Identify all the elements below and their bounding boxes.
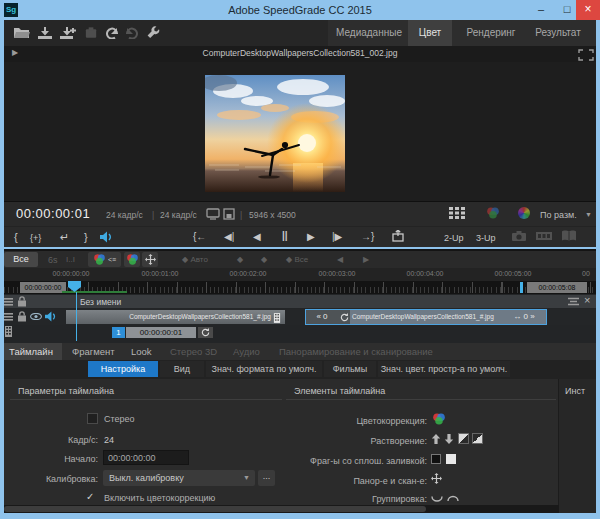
play-button[interactable]: ▶: [307, 230, 315, 244]
save-as-button[interactable]: [59, 26, 76, 39]
duration-6s-button[interactable]: 6s: [48, 255, 58, 265]
subtab-view[interactable]: Вид: [160, 361, 204, 377]
pan-scan-mode-button[interactable]: [142, 252, 158, 267]
track-lock-button[interactable]: [17, 296, 27, 307]
subtab-films[interactable]: Фильмы: [324, 361, 376, 377]
color-circles-button[interactable]: [486, 207, 500, 219]
solid-black-swatch[interactable]: [431, 454, 441, 464]
subtab-setup[interactable]: Настройка: [88, 361, 158, 377]
go-to-in-button[interactable]: {←: [193, 230, 206, 244]
dissolve-in-icon[interactable]: [458, 433, 469, 444]
storage-icon[interactable]: [223, 208, 235, 220]
loop-playback-button[interactable]: ↵: [60, 230, 69, 244]
out-point-badge[interactable]: 00:00:05:08: [527, 282, 587, 293]
calibration-more-button[interactable]: ...: [258, 470, 275, 486]
snapshot-button[interactable]: [83, 26, 99, 39]
color-correction-button[interactable]: [432, 413, 446, 425]
dissolve-down-button[interactable]: [444, 434, 454, 444]
send-to-render-button[interactable]: [392, 230, 404, 242]
open-button[interactable]: [13, 26, 30, 39]
tab-pan-scan[interactable]: Панорамирование и сканирование: [279, 343, 433, 360]
show-all-button[interactable]: Все: [4, 252, 38, 267]
rgb-circles-icon: [486, 207, 500, 219]
clip-list-icon[interactable]: [4, 313, 13, 321]
film-icon: [273, 313, 281, 323]
settings-wrench-button[interactable]: [146, 26, 160, 39]
grading-split-button[interactable]: <≡: [88, 252, 121, 267]
prev-keyframe-button[interactable]: ◀: [337, 255, 343, 264]
set-out-button[interactable]: }: [84, 230, 88, 244]
tab-media[interactable]: Медиаданные: [332, 20, 406, 46]
frame-loop-button[interactable]: [198, 327, 213, 338]
keyframe-delete-button[interactable]: ◆: [261, 255, 267, 264]
scrollbar-thumb[interactable]: [4, 506, 426, 512]
pan-scan-button[interactable]: [431, 473, 442, 484]
in-point-badge[interactable]: 00:00:00:00: [20, 282, 66, 293]
chevron-down-icon[interactable]: ▼: [585, 211, 592, 218]
tab-look[interactable]: Look: [131, 343, 152, 360]
export-icon: [392, 230, 404, 242]
close-button[interactable]: ×: [576, 0, 600, 20]
go-to-out-button[interactable]: →}: [361, 230, 374, 244]
enable-cc-checkbox[interactable]: ✓: [86, 491, 94, 502]
two-up-view-button[interactable]: 2-Up: [444, 231, 464, 245]
out-point-marker[interactable]: [520, 282, 523, 293]
add-keyframe-button[interactable]: {+}: [30, 230, 41, 246]
clip-audio-toggle[interactable]: [45, 311, 56, 322]
step-back-button[interactable]: ◀|: [224, 230, 234, 244]
project-fps: 24 кадр/с: [106, 210, 143, 220]
subtab-colorspace-defaults[interactable]: Знач. цвет. простр-а по умолч.: [378, 361, 510, 377]
open-folder-icon: [14, 27, 30, 39]
three-up-view-button[interactable]: 3-Up: [476, 231, 496, 245]
timeline-clip[interactable]: ComputerDesktopWallpapersCollection581_#…: [66, 310, 285, 324]
step-forward-button[interactable]: |▶: [332, 230, 342, 244]
compare-view-button[interactable]: [561, 230, 577, 242]
next-keyframe-button[interactable]: ▶: [363, 255, 369, 264]
dissolve-up-button[interactable]: [431, 434, 441, 444]
dissolve-out-icon[interactable]: [472, 433, 483, 444]
snapshot-view-button[interactable]: [511, 230, 527, 242]
layers-icon: [4, 298, 13, 306]
pause-button[interactable]: ||: [282, 229, 288, 243]
close-track-button[interactable]: ×: [584, 294, 590, 306]
ungroup-button[interactable]: [447, 495, 459, 502]
set-in-button[interactable]: {: [14, 230, 18, 244]
play-reverse-button[interactable]: ◀: [253, 230, 261, 244]
clip-lock-button[interactable]: [17, 311, 27, 322]
keyframe-auto-button[interactable]: ◆ Авто: [182, 255, 208, 264]
redo-button[interactable]: [124, 26, 139, 39]
audio-mute-button[interactable]: [100, 231, 112, 243]
in-out-range-button[interactable]: I..I: [66, 255, 75, 264]
maximize-button[interactable]: □: [557, 0, 577, 20]
minimize-button[interactable]: –: [531, 0, 551, 20]
track-align-button[interactable]: [568, 297, 579, 306]
tab-stereo3d[interactable]: Стерео 3D: [170, 343, 217, 360]
calibration-dropdown[interactable]: Выкл. калибровку ▼: [103, 470, 255, 486]
stereo-checkbox[interactable]: [87, 413, 98, 424]
filmstrip-view-button[interactable]: [536, 230, 552, 242]
tab-audio[interactable]: Аудио: [233, 343, 260, 360]
color-wheel-icon[interactable]: [518, 207, 530, 219]
tab-render[interactable]: Рендеринг: [460, 20, 522, 46]
zoom-fit-dropdown[interactable]: По разм.: [540, 210, 577, 220]
tab-fragment[interactable]: Фрагмент: [72, 343, 115, 360]
title-bar[interactable]: Sg Adobe SpeedGrade CC 2015 – □ ×: [0, 0, 600, 20]
save-button[interactable]: [36, 26, 53, 39]
subtab-format-defaults[interactable]: Знач. формата по умолч.: [206, 361, 322, 377]
tab-timeline[interactable]: Таймлайн: [0, 343, 62, 360]
channels-grid-button[interactable]: [449, 207, 465, 219]
fit-frame-button[interactable]: [577, 48, 594, 61]
undo-button[interactable]: [104, 26, 119, 39]
group-button[interactable]: [431, 495, 443, 502]
track-list-icon[interactable]: [4, 298, 13, 306]
visibility-toggle[interactable]: [30, 313, 42, 320]
start-time-input[interactable]: [103, 450, 189, 465]
keyframe-add-button[interactable]: ◆: [237, 255, 243, 264]
arrow-down-icon: [444, 434, 454, 444]
solid-white-swatch[interactable]: [446, 454, 456, 464]
grading-button[interactable]: [124, 252, 140, 267]
tab-color[interactable]: Цвет: [408, 20, 452, 46]
keyframe-all-button[interactable]: ◆ Все: [286, 255, 308, 264]
monitor-icon[interactable]: [206, 208, 220, 220]
tab-result[interactable]: Результат: [527, 20, 589, 46]
